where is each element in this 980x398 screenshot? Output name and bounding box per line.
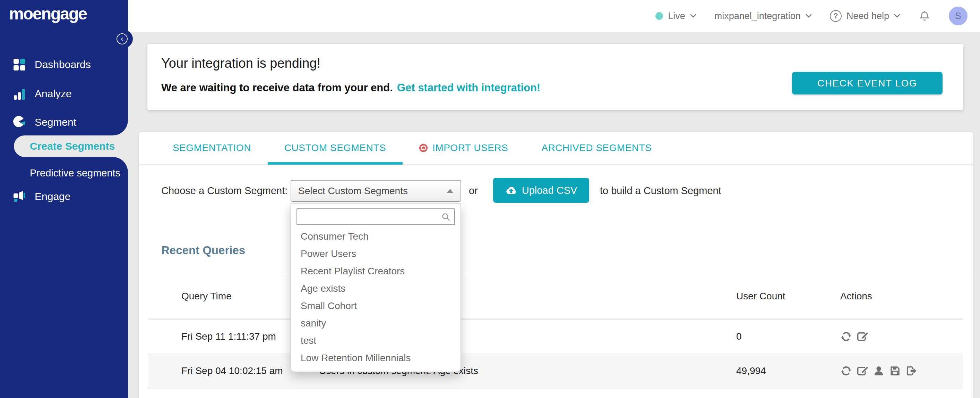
avatar[interactable]: S xyxy=(949,6,967,26)
table-header: Query Time User Count Actions xyxy=(148,274,963,320)
tab-archived-segments[interactable]: ARCHIVED SEGMENTS xyxy=(525,132,668,164)
table-row: Fri Sep 11 1:11:37 pm0 xyxy=(148,320,963,353)
magnifier-icon xyxy=(441,212,451,222)
dropdown-option[interactable]: Age exists xyxy=(291,280,461,297)
topbar: Live mixpanel_integration ? Need help S xyxy=(128,0,980,32)
workspace-label: mixpanel_integration xyxy=(714,11,801,22)
sidebar-item-dashboards[interactable]: Dashboards xyxy=(13,58,91,71)
cell-user-count: 0 xyxy=(736,331,840,342)
dropdown-search xyxy=(296,208,455,225)
sidebar-item-create-segments[interactable]: Create Segments xyxy=(14,136,128,157)
sidebar-item-analyze[interactable]: Analyze xyxy=(13,88,72,100)
cell-actions xyxy=(840,365,963,377)
environment-selector[interactable]: Live xyxy=(655,11,696,22)
recent-queries-title: Recent Queries xyxy=(161,244,245,257)
table-row: Fri Sep 04 10:02:15 amUsers in custom se… xyxy=(148,353,963,389)
notifications-bell-icon[interactable] xyxy=(918,10,931,22)
edit-icon[interactable] xyxy=(856,365,868,377)
dropdown-option[interactable]: Low Retention Millennials xyxy=(291,349,461,367)
build-segment-hint: to build a Custom Segment xyxy=(600,180,721,202)
check-event-log-button[interactable]: CHECK EVENT LOG xyxy=(792,72,943,94)
banner-subtitle-text: We are waiting to receive data from your… xyxy=(161,82,393,94)
column-user-count: User Count xyxy=(736,291,840,302)
search-input[interactable] xyxy=(296,208,455,225)
cell-actions xyxy=(840,331,963,342)
upload-csv-button[interactable]: Upload CSV xyxy=(493,178,589,203)
banner-subtitle: We are waiting to receive data from your… xyxy=(161,82,540,94)
dropdown-option[interactable]: sanity xyxy=(291,315,461,332)
get-started-link[interactable]: Get started with integration! xyxy=(397,82,540,94)
integration-pending-banner: Your integration is pending! We are wait… xyxy=(147,44,963,110)
sidebar: moengage ‹ Dashboards Analyze Segment Cr… xyxy=(0,0,128,398)
pie-chart-icon xyxy=(13,116,25,128)
red-ring-dot-icon xyxy=(419,144,428,152)
cloud-upload-icon xyxy=(505,186,517,195)
chevron-down-icon xyxy=(805,14,812,18)
tab-import-users[interactable]: IMPORT USERS xyxy=(402,132,525,164)
sidebar-item-segment[interactable]: Segment xyxy=(13,116,76,128)
tab-segmentation[interactable]: SEGMENTATION xyxy=(156,132,268,164)
recent-queries-rows: Fri Sep 11 1:11:37 pm0Fri Sep 04 10:02:1… xyxy=(148,320,963,389)
active-item-notch-top xyxy=(113,120,128,136)
tab-label: SEGMENTATION xyxy=(173,142,251,153)
dropdown-option[interactable]: test xyxy=(291,332,461,349)
segment-options-list: Consumer TechPower UsersRecent Playlist … xyxy=(291,228,461,367)
export-icon[interactable] xyxy=(905,365,917,377)
need-help-label: Need help xyxy=(846,11,889,22)
environment-label: Live xyxy=(668,11,685,22)
workspace-selector[interactable]: mixpanel_integration xyxy=(714,11,812,22)
question-icon: ? xyxy=(830,10,842,22)
dropdown-option[interactable]: Power Users xyxy=(291,245,461,262)
need-help-menu[interactable]: ? Need help xyxy=(830,10,900,22)
user-icon[interactable] xyxy=(873,365,885,377)
grid-icon xyxy=(13,58,25,71)
moengage-logo: moengage xyxy=(9,4,87,23)
dropdown-option[interactable]: Small Cohort xyxy=(291,297,461,315)
column-actions: Actions xyxy=(840,291,963,302)
sidebar-item-label: Engage xyxy=(35,191,70,203)
or-text: or xyxy=(469,180,478,202)
chevron-down-icon xyxy=(894,14,900,18)
tab-label: CUSTOM SEGMENTS xyxy=(284,142,386,153)
tab-custom-segments[interactable]: CUSTOM SEGMENTS xyxy=(268,132,402,164)
caret-up-icon xyxy=(447,189,453,193)
segment-tabs: SEGMENTATION CUSTOM SEGMENTS IMPORT USER… xyxy=(139,132,974,165)
sidebar-item-label: Analyze xyxy=(35,88,72,100)
edit-icon[interactable] xyxy=(856,331,868,342)
tab-label: IMPORT USERS xyxy=(433,142,508,153)
custom-segment-dropdown: Consumer TechPower UsersRecent Playlist … xyxy=(291,203,461,372)
save-icon[interactable] xyxy=(889,365,901,377)
live-status-icon xyxy=(655,12,663,20)
sidebar-item-label: Segment xyxy=(35,116,76,128)
sidebar-item-predictive-segments[interactable]: Predictive segments xyxy=(30,163,120,183)
refresh-icon[interactable] xyxy=(840,365,852,377)
dropdown-option[interactable]: Consumer Tech xyxy=(291,228,461,245)
tab-label: ARCHIVED SEGMENTS xyxy=(541,142,652,153)
megaphone-icon xyxy=(13,190,25,203)
upload-csv-label: Upload CSV xyxy=(522,185,578,196)
sidebar-item-engage[interactable]: Engage xyxy=(13,190,70,203)
recent-queries-table: Query Time User Count Actions Fri Sep 11… xyxy=(148,274,963,389)
banner-title: Your integration is pending! xyxy=(161,56,320,71)
select-value: Select Custom Segments xyxy=(298,185,408,197)
custom-segment-select[interactable]: Select Custom Segments xyxy=(291,180,461,202)
segments-card: SEGMENTATION CUSTOM SEGMENTS IMPORT USER… xyxy=(139,132,974,398)
sidebar-collapse-button[interactable]: ‹ xyxy=(116,34,127,45)
refresh-icon[interactable] xyxy=(840,331,852,342)
choose-segment-label: Choose a Custom Segment: xyxy=(161,180,288,202)
cell-user-count: 49,994 xyxy=(736,365,840,376)
chevron-down-icon xyxy=(690,14,696,18)
sidebar-item-label: Dashboards xyxy=(35,59,91,70)
bar-chart-icon xyxy=(13,88,25,100)
dropdown-option[interactable]: Recent Playlist Creators xyxy=(291,262,461,280)
